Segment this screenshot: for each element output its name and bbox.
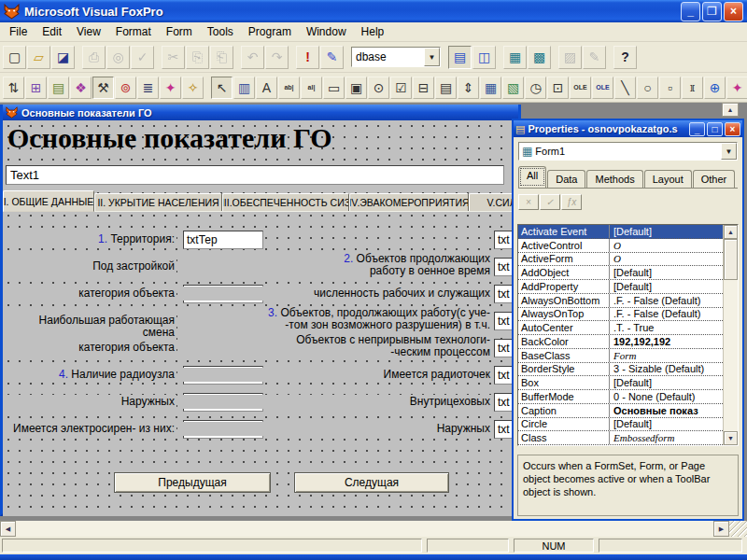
object-combo[interactable]: ▦ Form1 ▼ [518,142,738,161]
property-row-autocenter[interactable]: AutoCenter.T. - True [518,321,723,335]
form-heading-label[interactable]: Основные показатели ГО [7,122,332,154]
menu-item-tools[interactable]: Tools [200,23,241,40]
properties-tab-all[interactable]: All [518,166,546,188]
property-row-activeform[interactable]: ActiveFormO [518,253,723,267]
shape-button[interactable]: ○ [637,77,658,99]
restore-button[interactable]: ❐ [702,2,722,21]
properties-tab-layout[interactable]: Layout [644,170,692,188]
data-environment-button[interactable]: ⊞ [25,77,47,99]
scroll-up-icon[interactable]: ▲ [724,225,738,239]
property-grid-scrollbar[interactable]: ▲ ▼ [723,225,738,445]
check-box-button[interactable]: ☑ [390,77,412,99]
combo-box-button[interactable]: ⊟ [413,77,434,99]
property-row-box[interactable]: Box[Default] [518,376,723,390]
view-window-button[interactable]: ▤ [448,46,472,69]
close-button[interactable]: × [725,122,740,136]
previous-button[interactable]: Предыдущая [114,472,271,493]
text-box-button[interactable]: ab| [278,77,300,99]
property-row-addproperty[interactable]: AddProperty[Default] [518,280,723,294]
save-button[interactable]: ◪ [51,46,75,69]
scrollbar-track[interactable] [16,521,713,537]
property-row-alwaysontop[interactable]: AlwaysOnTop.F. - False (Default) [518,308,723,322]
properties-tab-other[interactable]: Other [693,170,736,188]
property-row-borderstyle[interactable]: BorderStyle3 - Sizable (Default) [518,363,723,377]
layout-toolbar-button[interactable]: ≣ [137,77,159,99]
tab-4[interactable]: IV.ЭВАКОМЕРОПРИЯТИЯ [349,193,469,212]
textbox-left-1[interactable]: txtТер [183,231,263,249]
property-row-circle[interactable]: Circle[Default] [518,418,723,432]
select-objects-button[interactable]: ↖ [211,77,233,99]
separator-button[interactable]: ][ [682,77,703,99]
database-combo[interactable]: dbase ▼ [351,47,441,67]
properties-title-bar[interactable]: ▤ Properties - osnovpokazatgo.s _□× [514,120,742,137]
image-button[interactable]: ▧ [502,77,524,99]
label-button[interactable]: A [256,77,277,99]
run-button[interactable]: ! [296,46,319,69]
tab-2[interactable]: II. УКРЫТИЕ НАСЕЛЕНИЯ [94,193,222,212]
property-row-backcolor[interactable]: BackColor192,192,192 [518,335,723,349]
properties-tab-methods[interactable]: Methods [586,170,642,188]
property-row-addobject[interactable]: AddObject[Default] [518,266,723,280]
horizontal-scrollbar[interactable]: ◀ ▶ [0,521,729,537]
list-box-button[interactable]: ▤ [435,77,457,99]
minimize-button[interactable]: _ [681,2,700,21]
scrollbar-thumb[interactable] [724,239,738,280]
chevron-down-icon[interactable]: ▼ [721,143,737,160]
property-row-activate-event[interactable]: Activate Event[Default] [518,225,723,239]
property-row-buffermode[interactable]: BufferMode0 - None (Default) [518,390,723,404]
edit-box-button[interactable]: al| [301,77,322,99]
command-group-button[interactable]: ▣ [345,77,367,99]
tab-1[interactable]: I. ОБЩИЕ ДАННЫЕ [3,190,94,212]
property-row-alwaysonbottom[interactable]: AlwaysOnBottom.F. - False (Default) [518,294,723,308]
form-title-bar[interactable]: Основные показатели ГО [3,105,518,120]
menu-item-view[interactable]: View [69,23,108,40]
scroll-left-icon[interactable]: ◀ [0,521,16,537]
menu-item-window[interactable]: Window [299,23,354,40]
properties-window-button[interactable]: ▤ [48,77,69,99]
menu-item-format[interactable]: Format [108,23,159,40]
form-builder-button[interactable]: ✦ [160,77,181,99]
next-button[interactable]: Следущая [294,472,449,493]
help-button[interactable]: ? [613,46,637,69]
browse-table-button[interactable]: ▦ [503,46,527,69]
scroll-up-icon[interactable]: ▲ [722,103,739,117]
menu-item-form[interactable]: Form [159,23,200,40]
view-classes-button[interactable]: ▥ [233,77,255,99]
maximize-button[interactable]: □ [707,122,723,136]
property-row-caption[interactable]: CaptionОсновные показ [518,404,723,418]
property-row-class[interactable]: ClassEmbossedform [518,431,723,445]
container-button[interactable]: ▫ [659,77,681,99]
chevron-down-icon[interactable]: ▼ [424,48,440,66]
command-button-button[interactable]: ▭ [323,77,345,99]
page-frame-button[interactable]: ⊡ [547,77,569,99]
new-button[interactable]: ▢ [3,46,26,69]
menu-item-help[interactable]: Help [354,23,392,40]
hyperlink-button[interactable]: ⊕ [704,77,726,99]
minimize-button[interactable]: _ [689,122,705,136]
builder-lock-button[interactable]: ✦ [726,77,747,99]
text1-textbox[interactable]: Text1 [6,165,504,185]
close-button[interactable]: × [724,2,743,21]
color-palette-toolbar-button[interactable]: ⊚ [115,77,136,99]
form-controls-toolbar-button[interactable]: ⚒ [92,77,114,99]
open-button[interactable]: ▱ [27,46,50,69]
line-button[interactable]: ╲ [614,77,636,99]
tab-3[interactable]: III.ОБЕСПЕЧЕННОСТЬ СИЗ [222,193,349,212]
auto-format-button[interactable]: ✧ [182,77,204,99]
scroll-down-icon[interactable]: ▼ [724,431,738,445]
menu-item-edit[interactable]: Edit [35,23,69,40]
ole-bound-control-button[interactable]: OLE [592,77,613,99]
form-canvas[interactable]: Основные показатели ГО Text1 I. ОБЩИЕ ДА… [3,120,518,516]
grid-button[interactable]: ▦ [480,77,501,99]
spinner-button[interactable]: ⇕ [458,77,479,99]
data-session-button[interactable]: ◫ [472,46,496,69]
size-grip[interactable] [729,521,747,537]
set-tab-order-button[interactable]: ⇅ [3,77,24,99]
ole-container-button[interactable]: OLE [570,77,591,99]
property-row-activecontrol[interactable]: ActiveControlO [518,239,723,253]
property-row-baseclass[interactable]: BaseClassForm [518,349,723,363]
menu-item-file[interactable]: File [2,23,35,40]
modify-form-button[interactable]: ✎ [320,46,344,69]
option-group-button[interactable]: ⊙ [368,77,389,99]
modify-table-button[interactable]: ▩ [528,46,551,69]
